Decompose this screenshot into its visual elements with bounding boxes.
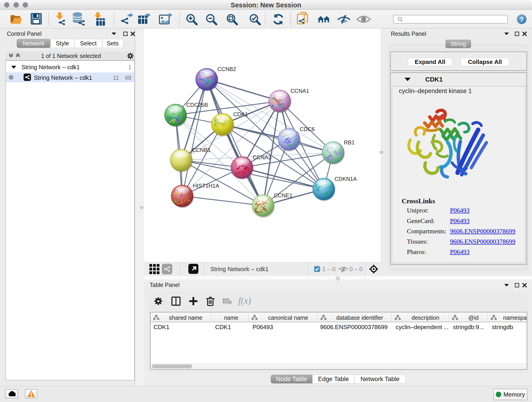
svg-text:CCNE1: CCNE1 <box>274 192 292 198</box>
svg-text:CCNB1: CCNB1 <box>192 147 210 153</box>
svg-text:CDC6: CDC6 <box>300 126 315 132</box>
svg-text:CDK1: CDK1 <box>233 111 248 117</box>
svg-text:CCNA1: CCNA1 <box>291 88 309 94</box>
svg-text:CCNB2: CCNB2 <box>217 66 236 72</box>
svg-text:CDC25B: CDC25B <box>186 102 208 108</box>
svg-text:CDKN1A: CDKN1A <box>335 176 357 182</box>
svg-text:RB1: RB1 <box>344 139 355 146</box>
svg-text:HIST1H1A: HIST1H1A <box>193 183 219 189</box>
svg-text:CCNA2: CCNA2 <box>253 154 271 160</box>
